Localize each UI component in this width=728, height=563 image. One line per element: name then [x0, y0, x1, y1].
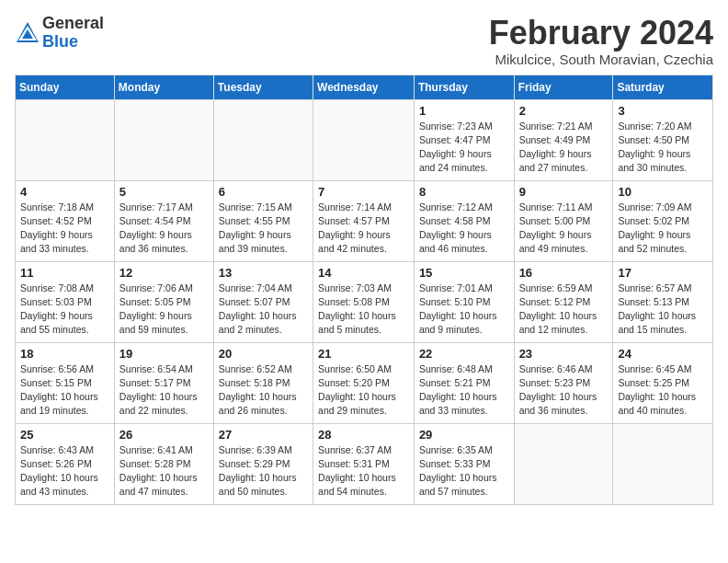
- day-cell: 27Sunrise: 6:39 AM Sunset: 5:29 PM Dayli…: [213, 423, 313, 504]
- day-number: 27: [219, 428, 308, 442]
- day-detail: Sunrise: 6:59 AM Sunset: 5:12 PM Dayligh…: [519, 282, 609, 338]
- day-number: 14: [318, 266, 409, 280]
- day-detail: Sunrise: 6:48 AM Sunset: 5:21 PM Dayligh…: [419, 362, 509, 419]
- day-cell: 18Sunrise: 6:56 AM Sunset: 5:15 PM Dayli…: [16, 342, 115, 423]
- logo-general-text: General: [42, 14, 104, 32]
- day-number: 20: [219, 347, 308, 361]
- day-number: 11: [20, 266, 109, 280]
- col-header-friday: Friday: [514, 75, 613, 99]
- location-subtitle: Mikulcice, South Moravian, Czechia: [489, 52, 713, 67]
- day-cell: 26Sunrise: 6:41 AM Sunset: 5:28 PM Dayli…: [114, 423, 213, 504]
- day-cell: [213, 99, 313, 180]
- day-cell: 11Sunrise: 7:08 AM Sunset: 5:03 PM Dayli…: [16, 261, 115, 342]
- calendar-table: SundayMondayTuesdayWednesdayThursdayFrid…: [15, 75, 713, 505]
- day-cell: 5Sunrise: 7:17 AM Sunset: 4:54 PM Daylig…: [114, 180, 213, 261]
- day-number: 15: [419, 266, 509, 280]
- day-number: 22: [419, 347, 509, 361]
- day-detail: Sunrise: 6:52 AM Sunset: 5:18 PM Dayligh…: [219, 362, 308, 419]
- day-cell: 7Sunrise: 7:14 AM Sunset: 4:57 PM Daylig…: [313, 180, 415, 261]
- week-row-2: 4Sunrise: 7:18 AM Sunset: 4:52 PM Daylig…: [16, 180, 713, 261]
- day-cell: 3Sunrise: 7:20 AM Sunset: 4:50 PM Daylig…: [613, 99, 713, 180]
- day-number: 17: [618, 266, 708, 280]
- day-cell: [16, 99, 115, 180]
- day-cell: 22Sunrise: 6:48 AM Sunset: 5:21 PM Dayli…: [414, 342, 514, 423]
- col-header-thursday: Thursday: [414, 75, 514, 99]
- day-cell: 15Sunrise: 7:01 AM Sunset: 5:10 PM Dayli…: [414, 261, 514, 342]
- day-detail: Sunrise: 6:50 AM Sunset: 5:20 PM Dayligh…: [318, 362, 409, 419]
- day-number: 21: [318, 347, 409, 361]
- day-cell: 13Sunrise: 7:04 AM Sunset: 5:07 PM Dayli…: [213, 261, 313, 342]
- day-detail: Sunrise: 6:45 AM Sunset: 5:25 PM Dayligh…: [618, 362, 708, 419]
- day-detail: Sunrise: 7:01 AM Sunset: 5:10 PM Dayligh…: [419, 282, 509, 338]
- day-cell: [613, 423, 713, 504]
- day-number: 19: [119, 347, 209, 361]
- week-row-1: 1Sunrise: 7:23 AM Sunset: 4:47 PM Daylig…: [16, 99, 713, 180]
- day-cell: 4Sunrise: 7:18 AM Sunset: 4:52 PM Daylig…: [16, 180, 115, 261]
- day-cell: 2Sunrise: 7:21 AM Sunset: 4:49 PM Daylig…: [514, 99, 613, 180]
- col-header-tuesday: Tuesday: [213, 75, 313, 99]
- day-number: 16: [519, 266, 609, 280]
- day-number: 3: [618, 104, 708, 118]
- week-row-4: 18Sunrise: 6:56 AM Sunset: 5:15 PM Dayli…: [16, 342, 713, 423]
- day-number: 8: [419, 185, 509, 199]
- day-number: 2: [519, 104, 609, 118]
- day-number: 26: [119, 428, 209, 442]
- day-cell: 6Sunrise: 7:15 AM Sunset: 4:55 PM Daylig…: [213, 180, 313, 261]
- day-number: 29: [419, 428, 509, 442]
- day-number: 5: [119, 185, 209, 199]
- day-number: 23: [519, 347, 609, 361]
- day-detail: Sunrise: 7:08 AM Sunset: 5:03 PM Dayligh…: [20, 282, 109, 338]
- day-number: 24: [618, 347, 708, 361]
- day-cell: 19Sunrise: 6:54 AM Sunset: 5:17 PM Dayli…: [114, 342, 213, 423]
- day-detail: Sunrise: 7:14 AM Sunset: 4:57 PM Dayligh…: [318, 201, 409, 257]
- col-header-wednesday: Wednesday: [313, 75, 415, 99]
- day-cell: 25Sunrise: 6:43 AM Sunset: 5:26 PM Dayli…: [16, 423, 115, 504]
- day-cell: 9Sunrise: 7:11 AM Sunset: 5:00 PM Daylig…: [514, 180, 613, 261]
- day-cell: 17Sunrise: 6:57 AM Sunset: 5:13 PM Dayli…: [613, 261, 713, 342]
- day-detail: Sunrise: 6:46 AM Sunset: 5:23 PM Dayligh…: [519, 362, 609, 419]
- day-cell: 12Sunrise: 7:06 AM Sunset: 5:05 PM Dayli…: [114, 261, 213, 342]
- day-detail: Sunrise: 7:21 AM Sunset: 4:49 PM Dayligh…: [519, 120, 609, 176]
- day-cell: [514, 423, 613, 504]
- day-number: 4: [20, 185, 109, 199]
- page-header: General Blue February 2024 Mikulcice, So…: [15, 15, 713, 67]
- day-detail: Sunrise: 7:18 AM Sunset: 4:52 PM Dayligh…: [20, 201, 109, 257]
- day-detail: Sunrise: 6:56 AM Sunset: 5:15 PM Dayligh…: [20, 362, 109, 419]
- day-number: 12: [119, 266, 209, 280]
- day-detail: Sunrise: 7:15 AM Sunset: 4:55 PM Dayligh…: [219, 201, 308, 257]
- day-number: 9: [519, 185, 609, 199]
- day-cell: 1Sunrise: 7:23 AM Sunset: 4:47 PM Daylig…: [414, 99, 514, 180]
- day-detail: Sunrise: 7:23 AM Sunset: 4:47 PM Dayligh…: [419, 120, 509, 176]
- day-detail: Sunrise: 6:43 AM Sunset: 5:26 PM Dayligh…: [20, 443, 109, 500]
- day-number: 10: [618, 185, 708, 199]
- day-detail: Sunrise: 7:11 AM Sunset: 5:00 PM Dayligh…: [519, 201, 609, 257]
- day-number: 6: [219, 185, 308, 199]
- col-header-monday: Monday: [114, 75, 213, 99]
- day-detail: Sunrise: 7:20 AM Sunset: 4:50 PM Dayligh…: [618, 120, 708, 176]
- day-detail: Sunrise: 7:17 AM Sunset: 4:54 PM Dayligh…: [119, 201, 209, 257]
- day-detail: Sunrise: 6:35 AM Sunset: 5:33 PM Dayligh…: [419, 443, 509, 500]
- week-row-5: 25Sunrise: 6:43 AM Sunset: 5:26 PM Dayli…: [16, 423, 713, 504]
- day-cell: 28Sunrise: 6:37 AM Sunset: 5:31 PM Dayli…: [313, 423, 415, 504]
- day-cell: 14Sunrise: 7:03 AM Sunset: 5:08 PM Dayli…: [313, 261, 415, 342]
- day-cell: 16Sunrise: 6:59 AM Sunset: 5:12 PM Dayli…: [514, 261, 613, 342]
- logo-blue-text: Blue: [42, 32, 78, 51]
- day-cell: [313, 99, 415, 180]
- title-block: February 2024 Mikulcice, South Moravian,…: [489, 15, 713, 67]
- day-detail: Sunrise: 7:12 AM Sunset: 4:58 PM Dayligh…: [419, 201, 509, 257]
- day-detail: Sunrise: 6:41 AM Sunset: 5:28 PM Dayligh…: [119, 443, 209, 500]
- day-number: 1: [419, 104, 509, 118]
- day-number: 25: [20, 428, 109, 442]
- day-cell: 8Sunrise: 7:12 AM Sunset: 4:58 PM Daylig…: [414, 180, 514, 261]
- col-header-sunday: Sunday: [16, 75, 115, 99]
- col-header-saturday: Saturday: [613, 75, 713, 99]
- day-detail: Sunrise: 6:39 AM Sunset: 5:29 PM Dayligh…: [219, 443, 308, 500]
- day-detail: Sunrise: 6:54 AM Sunset: 5:17 PM Dayligh…: [119, 362, 209, 419]
- day-cell: 20Sunrise: 6:52 AM Sunset: 5:18 PM Dayli…: [213, 342, 313, 423]
- day-detail: Sunrise: 7:03 AM Sunset: 5:08 PM Dayligh…: [318, 282, 409, 338]
- day-detail: Sunrise: 7:06 AM Sunset: 5:05 PM Dayligh…: [119, 282, 209, 338]
- logo: General Blue: [15, 15, 104, 52]
- day-number: 13: [219, 266, 308, 280]
- day-cell: 29Sunrise: 6:35 AM Sunset: 5:33 PM Dayli…: [414, 423, 514, 504]
- day-cell: 23Sunrise: 6:46 AM Sunset: 5:23 PM Dayli…: [514, 342, 613, 423]
